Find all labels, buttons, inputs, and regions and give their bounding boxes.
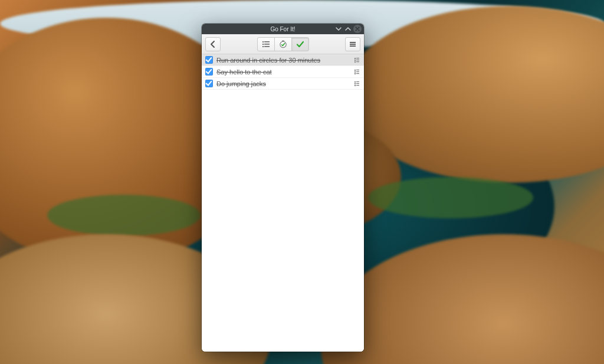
svg-rect-23 [354,81,356,83]
toolbar [202,34,364,54]
close-icon [355,27,360,31]
svg-rect-15 [354,61,356,63]
svg-rect-16 [356,61,359,62]
grip-icon [354,69,360,75]
task-checkbox[interactable] [205,80,213,87]
titlebar[interactable]: Go For It! [202,24,364,34]
tab-todo[interactable] [257,37,275,51]
svg-rect-12 [356,58,359,58]
titlebar-controls [334,24,362,34]
minimize-button[interactable] [334,25,343,33]
task-text: Run around in circles for 30 minutes [216,57,350,64]
grip-icon [354,81,360,87]
task-checkbox[interactable] [205,56,213,64]
svg-rect-27 [354,85,356,86]
svg-rect-2 [262,44,264,45]
svg-rect-24 [356,81,359,82]
hamburger-icon [349,40,357,48]
svg-rect-22 [356,73,359,74]
list-icon [262,40,270,48]
task-row[interactable]: Say hello to the cat [202,66,364,78]
svg-rect-4 [262,46,264,47]
view-switcher [257,37,309,51]
svg-rect-10 [350,45,356,47]
app-window: Go For It! [202,24,364,352]
grip-icon [354,57,360,63]
drag-handle[interactable] [353,57,360,63]
svg-rect-0 [262,41,264,42]
drag-handle[interactable] [353,81,360,87]
maximize-button[interactable] [344,25,352,33]
back-button[interactable] [205,37,221,51]
menu-button[interactable] [345,37,360,51]
svg-rect-19 [354,71,356,73]
task-checkbox[interactable] [205,68,213,76]
task-row[interactable]: Do jumping jacks [202,78,364,90]
task-text: Do jumping jacks [216,80,350,87]
svg-rect-9 [350,44,356,45]
tab-timer[interactable] [274,37,292,51]
svg-rect-8 [350,42,356,43]
svg-rect-5 [264,46,270,47]
svg-rect-14 [356,60,359,60]
svg-rect-11 [354,58,356,59]
timer-check-icon [279,40,287,48]
svg-rect-7 [282,40,284,41]
svg-rect-26 [356,83,359,84]
svg-rect-21 [354,73,356,74]
svg-rect-1 [264,41,270,42]
drag-handle[interactable] [353,69,360,75]
svg-rect-18 [356,70,359,70]
svg-rect-17 [354,70,356,71]
tab-done[interactable] [291,37,309,51]
svg-rect-25 [354,83,356,84]
window-title: Go For It! [270,26,295,32]
svg-rect-3 [264,44,270,45]
task-text: Say hello to the cat [216,68,350,76]
chevron-left-icon [209,40,217,48]
svg-rect-28 [356,85,359,86]
chevron-up-icon [344,25,352,32]
task-row[interactable]: Run around in circles for 30 minutes [202,54,364,66]
svg-rect-20 [356,71,359,72]
svg-rect-13 [354,60,356,61]
check-icon [296,40,304,48]
task-list: Run around in circles for 30 minutesSay … [202,54,364,352]
chevron-down-icon [335,25,342,32]
close-button[interactable] [353,25,362,33]
